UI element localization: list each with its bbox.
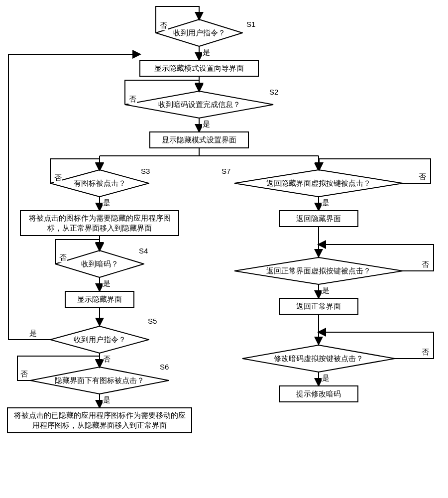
edge-d9-yes-label: 是 [322, 374, 330, 383]
process-p4: 显示隐藏界面 [65, 291, 134, 308]
edge-d6-no-label: 否 [20, 370, 28, 379]
process-p7: 返回正常界面 [279, 298, 358, 315]
decision-d5: 收到用户指令？ [50, 326, 149, 354]
edge-p3-d4 [97, 236, 103, 250]
edge-d5-no-label: 否 [103, 355, 111, 364]
step-tag-s1: S1 [246, 20, 256, 28]
edge-d8-no-label: 否 [421, 260, 430, 269]
decision-d8: 返回正常界面虚拟按键被点击？ [234, 257, 403, 285]
edge-d3-no-label: 否 [54, 173, 62, 183]
process-p4-label: 显示隐藏界面 [77, 294, 122, 304]
decision-d9: 修改暗码虚拟按键被点击？ [242, 345, 395, 373]
process-p8-label: 提示修改暗码 [296, 389, 341, 399]
step-tag-s7: S7 [221, 167, 231, 175]
decision-d5-label: 收到用户指令？ [50, 326, 149, 354]
edge-p7-d9 [316, 314, 322, 345]
step-tag-s6: S6 [159, 363, 169, 371]
process-p8: 提示修改暗码 [279, 385, 358, 402]
decision-d9-label: 修改暗码虚拟按键被点击？ [242, 345, 395, 373]
process-p1: 显示隐藏模式设置向导界面 [139, 60, 259, 77]
edge-d9-no-label: 否 [421, 348, 430, 357]
decision-d2: 收到暗码设置完成信息？ [124, 91, 274, 119]
process-p6: 返回隐藏界面 [279, 210, 358, 227]
step-tag-s4: S4 [138, 247, 148, 255]
process-p6-label: 返回隐藏界面 [296, 214, 341, 224]
decision-d7: 返回隐藏界面虚拟按键被点击？ [234, 169, 403, 197]
edge-d2-no-label: 否 [128, 95, 137, 104]
process-p1-label: 显示隐藏模式设置向导界面 [154, 63, 244, 73]
process-p7-label: 返回正常界面 [296, 301, 341, 311]
edge-d1-no-label: 否 [159, 21, 168, 30]
edge-d7-no-label: 否 [418, 172, 427, 182]
decision-d6: 隐藏界面下有图标被点击？ [30, 367, 169, 394]
decision-d2-label: 收到暗码设置完成信息？ [124, 91, 274, 119]
edge-d6-yes-label: 是 [103, 395, 111, 405]
process-p3-label: 将被点击的图标作为需要隐藏的应用程序图标，从正常界面移入到隐藏界面 [24, 213, 175, 233]
step-tag-s2: S2 [269, 88, 279, 96]
step-tag-s3: S3 [140, 167, 150, 175]
decision-d3-label: 有图标被点击？ [50, 169, 149, 197]
edge-d2-yes-label: 是 [202, 120, 211, 129]
edge-d8-yes-label: 是 [322, 286, 330, 295]
edge-p2-branch [98, 148, 320, 172]
edge-p4-d5 [97, 307, 103, 326]
edge-d3-yes-label: 是 [103, 198, 111, 208]
process-p2-label: 显示隐藏模式设置界面 [162, 135, 236, 145]
process-p5: 将被点击的已隐藏的应用程序图标作为需要移动的应用程序图标，从隐藏界面移入到正常界… [7, 407, 192, 433]
edge-d4-no-label: 否 [59, 253, 67, 262]
decision-d1-label: 收到用户指令？ [155, 19, 243, 47]
edge-p1-d2 [197, 76, 203, 91]
step-tag-s5: S5 [147, 317, 157, 325]
decision-d4-label: 收到暗码？ [55, 250, 144, 278]
edge-d5-yes-label: 是 [29, 329, 37, 338]
decision-d6-label: 隐藏界面下有图标被点击？ [30, 367, 169, 394]
edge-d7-yes-label: 是 [322, 198, 330, 208]
edge-p6-d8 [316, 227, 322, 257]
edge-d1-yes-label: 是 [202, 48, 211, 57]
edge-d4-yes-label: 是 [103, 279, 111, 288]
process-p5-label: 将被点击的已隐藏的应用程序图标作为需要移动的应用程序图标，从隐藏界面移入到正常界… [11, 410, 188, 430]
decision-d4: 收到暗码？ [55, 250, 144, 278]
decision-d7-label: 返回隐藏界面虚拟按键被点击？ [234, 169, 403, 197]
decision-d8-label: 返回正常界面虚拟按键被点击？ [234, 257, 403, 285]
decision-d3: 有图标被点击？ [50, 169, 149, 197]
decision-d1: 收到用户指令？ [155, 19, 243, 47]
process-p3: 将被点击的图标作为需要隐藏的应用程序图标，从正常界面移入到隐藏界面 [20, 210, 179, 236]
process-p2: 显示隐藏模式设置界面 [149, 131, 249, 148]
